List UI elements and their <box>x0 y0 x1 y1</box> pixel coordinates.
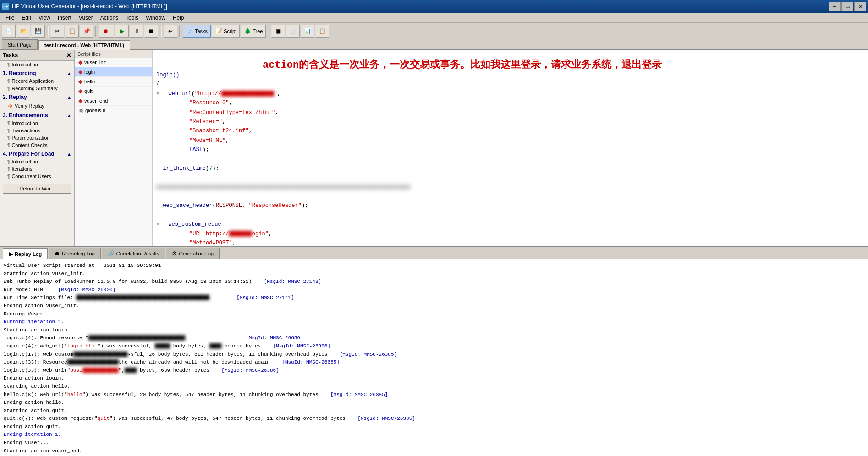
title-bar-controls: ─ ▭ ✕ <box>829 2 866 11</box>
log-line-7: Running iteration 1. <box>4 318 864 326</box>
task-enh-intro[interactable]: ¶ Introduction <box>0 119 74 127</box>
view2-btn[interactable]: ⬜ <box>286 25 300 38</box>
menu-insert[interactable]: Insert <box>54 14 75 22</box>
view3-btn[interactable]: 📊 <box>301 25 314 38</box>
section-recording-arrow[interactable]: ▲ <box>67 71 71 76</box>
section-enhancements-label: 3. Enhancements <box>3 112 48 119</box>
section-prepare-arrow[interactable]: ▲ <box>67 152 71 157</box>
task-iterations[interactable]: ¶ Iterations <box>0 165 74 173</box>
tasks-btn[interactable]: ☑ Tasks <box>183 25 211 38</box>
menu-file[interactable]: File <box>2 14 18 22</box>
code-line-empty2 <box>156 173 864 182</box>
fold-icon-2[interactable]: ▼ <box>156 220 162 229</box>
new-btn[interactable]: 📄 <box>2 25 16 38</box>
menu-window[interactable]: Window <box>142 14 169 22</box>
section-enhancements[interactable]: 3. Enhancements ▲ <box>0 110 74 119</box>
task-prep-intro[interactable]: ¶ Introduction <box>0 158 74 165</box>
file-vuser-end[interactable]: ◆ vuser_end <box>75 96 152 106</box>
log-tab-recording[interactable]: ⏺ Recording Log <box>49 248 101 259</box>
log-line-18: Starting action quit. <box>4 407 864 415</box>
cut-btn[interactable]: ✂ <box>50 25 64 38</box>
section-replay-label: 2. Replay <box>3 94 27 100</box>
code-line-method: "Method=POST", <box>156 239 864 246</box>
task-intro-top-label: Introduction <box>11 62 38 67</box>
bullet-icon: ¶ <box>7 79 10 84</box>
tab-main-file[interactable]: test-lr-record - Web (HTTP/HTML) <box>38 40 130 50</box>
file-login[interactable]: ◆ login <box>75 67 152 77</box>
minimize-btn[interactable]: ─ <box>829 2 841 11</box>
menu-tools[interactable]: Tools <box>122 14 142 22</box>
file-icon: ◆ <box>78 59 82 65</box>
code-line-empty3 <box>156 192 864 201</box>
log-tab-replay-label: Replay Log <box>15 251 42 257</box>
log-line-23: Starting action vuser_end. <box>4 447 864 456</box>
menu-vuser[interactable]: Vuser <box>75 14 97 22</box>
replay-log-icon: ▶ <box>9 251 13 257</box>
maximize-btn[interactable]: ▭ <box>841 2 853 11</box>
close-btn[interactable]: ✕ <box>854 2 866 11</box>
section-replay[interactable]: 2. Replay ▲ <box>0 92 74 101</box>
menu-view[interactable]: View <box>35 14 54 22</box>
task-recording-summary[interactable]: ¶ Recording Summary <box>0 85 74 92</box>
section-enhancements-arrow[interactable]: ▲ <box>67 113 71 118</box>
task-record-app[interactable]: ¶ Record Application <box>0 77 74 85</box>
file-hello[interactable]: ◆ hello <box>75 77 152 87</box>
bullet-icon: ¶ <box>7 167 10 172</box>
log-tabs: ▶ Replay Log ⏺ Recording Log 🔗 Correlati… <box>0 247 868 259</box>
log-tab-correlation[interactable]: 🔗 Correlation Results <box>102 248 165 259</box>
bullet-icon: ¶ <box>7 121 10 126</box>
stop-run-btn[interactable]: ⏹ <box>144 25 158 38</box>
start-record-btn[interactable]: ⏺ <box>99 25 114 38</box>
tasks-close-btn[interactable]: ✕ <box>66 52 71 59</box>
tab-start-page[interactable]: Start Page <box>2 39 38 49</box>
fold-icon[interactable]: ▼ <box>156 89 162 98</box>
arrow-icon: ➜ <box>7 102 13 109</box>
log-line-16: hello.c(8): web_url("hello") was success… <box>4 391 864 399</box>
tree-btn[interactable]: 🌲 Tree <box>241 25 266 38</box>
save-btn[interactable]: 💾 <box>31 25 45 38</box>
main-layout: Tasks ✕ ¶ Introduction 1. Recording ▲ ¶ … <box>0 50 868 456</box>
code-line-savehdr: web_save_header(RESPONSE, "ResponseHeade… <box>156 201 864 210</box>
copy-btn[interactable]: 📋 <box>65 25 79 38</box>
log-line-13: login.c(33): web_url("busi████████████",… <box>4 367 864 375</box>
step-btn[interactable]: ↩ <box>164 25 177 38</box>
code-panel[interactable]: action的含义是一次业务，一次交易或事务。比如我这里登录，请求业务系统，退出… <box>153 50 868 246</box>
log-line-12: login.c(33): Resource█████████████████th… <box>4 358 864 367</box>
task-iterations-label: Iterations <box>11 166 32 172</box>
file-icon: ▣ <box>78 107 83 114</box>
file-vuser-init[interactable]: ◆ vuser_init <box>75 58 152 67</box>
code-line-last1: LAST); <box>156 145 864 154</box>
menu-actions[interactable]: Actions <box>97 14 122 22</box>
section-replay-arrow[interactable]: ▲ <box>67 95 71 100</box>
log-tab-generation[interactable]: ⚙ Generation Log <box>166 248 220 259</box>
file-globals-h[interactable]: ▣ globals.h <box>75 106 152 115</box>
section-prepare[interactable]: 4. Prepare For Load ▲ <box>0 149 74 158</box>
code-line-referer: "Referer=", <box>156 117 864 126</box>
open-btn[interactable]: 📂 <box>16 25 30 38</box>
menu-edit[interactable]: Edit <box>18 14 35 22</box>
run-btn[interactable]: ▶ <box>115 25 129 38</box>
task-parameterization[interactable]: ¶ Parameterization <box>0 134 74 141</box>
pause-run-btn[interactable]: ⏸ <box>130 25 143 38</box>
log-tab-replay[interactable]: ▶ Replay Log <box>3 248 48 259</box>
tasks-label: Tasks <box>195 28 208 34</box>
task-verify-replay[interactable]: ➜ Verify Replay <box>0 101 74 110</box>
task-intro-top[interactable]: ¶ Introduction <box>0 61 74 68</box>
tree-label: Tree <box>253 28 263 34</box>
task-concurrent-users[interactable]: ¶ Concurrent Users <box>0 173 74 180</box>
view4-btn[interactable]: 📋 <box>315 25 329 38</box>
window-title: HP Virtual User Generator - [test-lr-rec… <box>12 3 167 10</box>
view1-btn[interactable]: ▣ <box>271 25 285 38</box>
task-transactions[interactable]: ¶ Transactions <box>0 127 74 134</box>
menu-bar: File Edit View Insert Vuser Actions Tool… <box>0 13 868 23</box>
file-quit[interactable]: ◆ quit <box>75 87 152 96</box>
task-content-checks[interactable]: ¶ Content Checks <box>0 141 74 149</box>
return-btn[interactable]: Return to Wor... <box>3 184 71 194</box>
code-line-brace: { <box>156 80 864 89</box>
log-content[interactable]: Virtual User Script started at : 2021-01… <box>0 259 868 456</box>
script-btn[interactable]: 📝 Script <box>212 25 240 38</box>
log-line-6: Running Vuser... <box>4 310 864 319</box>
paste-btn[interactable]: 📌 <box>80 25 93 38</box>
menu-help[interactable]: Help <box>169 14 188 22</box>
section-recording[interactable]: 1. Recording ▲ <box>0 68 74 77</box>
